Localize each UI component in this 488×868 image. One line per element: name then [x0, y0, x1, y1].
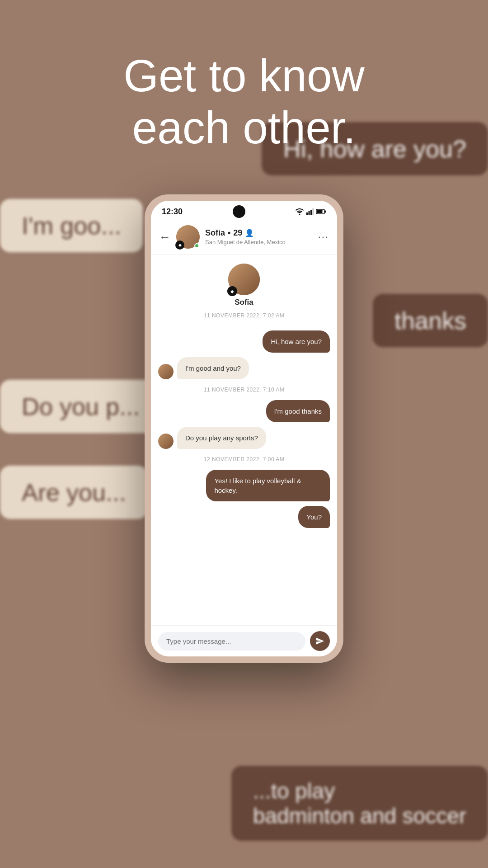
bg-bubble-badminton: ...to playbadminton and soccer: [231, 766, 488, 841]
svg-rect-6: [317, 210, 322, 213]
message-row: Do you play any sports?: [158, 427, 330, 449]
sender-avatar: [158, 434, 174, 449]
message-bubble: I'm good thanks: [266, 400, 330, 422]
chat-header: ← ◆ Sofia • 29 👤 San Miguel de All: [151, 221, 337, 255]
svg-rect-0: [306, 212, 308, 215]
headline: Get to know each other.: [0, 50, 488, 154]
date-label: 11 NOVEMBER 2022, 7:10 AM: [158, 387, 330, 393]
message-bubble: Hi, how are you?: [263, 330, 330, 353]
bg-bubble-thanks: thanks: [373, 294, 488, 347]
phone-frame: 12:30: [145, 194, 343, 663]
message-bubble: I'm good and you?: [177, 357, 249, 379]
battery-icon: [316, 209, 326, 214]
sender-avatar: [158, 364, 174, 379]
message-input[interactable]: [158, 632, 305, 651]
message-row: I'm good and you?: [158, 357, 330, 379]
send-icon: [315, 637, 324, 646]
phone-mockup: 12:30: [145, 194, 343, 663]
message-row: You?: [158, 506, 330, 528]
headline-line2: each other.: [132, 102, 356, 153]
bg-bubble-are: Are you...: [0, 466, 148, 519]
svg-rect-1: [308, 211, 310, 215]
chat-body: ◆ Sofia 11 NOVEMBER 2022, 7:02 AM Hi, ho…: [151, 255, 337, 625]
bg-bubble-doyou: Do you p...: [0, 380, 161, 433]
message-row: I'm good thanks: [158, 400, 330, 422]
profile-avatar-big: ◆: [228, 264, 260, 295]
svg-rect-5: [324, 211, 326, 213]
back-button[interactable]: ←: [159, 230, 171, 244]
message-bubble: Yes! I like to play volleyball & hockey.: [206, 470, 330, 501]
status-time: 12:30: [162, 207, 183, 217]
header-info: Sofia • 29 👤 San Miguel de Allende, Mexi…: [205, 228, 313, 245]
diamond-badge-small: ◆: [175, 241, 184, 250]
date-label-intro: 11 NOVEMBER 2022, 7:02 AM: [204, 312, 285, 319]
message-row: Yes! I like to play volleyball & hockey.: [158, 470, 330, 501]
more-options-button[interactable]: ···: [318, 231, 329, 243]
message-row: Hi, how are you?: [158, 330, 330, 353]
diamond-badge-big: ◆: [227, 286, 237, 296]
headline-line1: Get to know: [123, 50, 365, 101]
verified-icon: 👤: [245, 229, 254, 237]
online-indicator: [194, 243, 199, 248]
header-location: San Miguel de Allende, Mexico: [205, 239, 313, 245]
send-button[interactable]: [310, 631, 330, 651]
status-icons: [296, 208, 326, 215]
header-avatar-wrap: ◆: [176, 225, 200, 249]
profile-intro: ◆ Sofia 11 NOVEMBER 2022, 7:02 AM: [158, 264, 330, 321]
date-label: 12 NOVEMBER 2022, 7:00 AM: [158, 456, 330, 462]
header-name: Sofia • 29 👤: [205, 228, 313, 238]
svg-rect-2: [310, 210, 312, 215]
bg-bubble-good: I'm goo...: [0, 199, 143, 252]
svg-rect-3: [312, 208, 314, 215]
signal-icon: [306, 208, 314, 215]
message-bubble: You?: [298, 506, 330, 528]
status-bar: 12:30: [151, 201, 337, 221]
phone-screen: 12:30: [151, 201, 337, 656]
message-bubble: Do you play any sports?: [177, 427, 266, 449]
chat-input-bar: [151, 625, 337, 656]
camera-notch: [233, 205, 245, 218]
profile-name: Sofia: [235, 298, 253, 307]
wifi-icon: [296, 208, 304, 215]
